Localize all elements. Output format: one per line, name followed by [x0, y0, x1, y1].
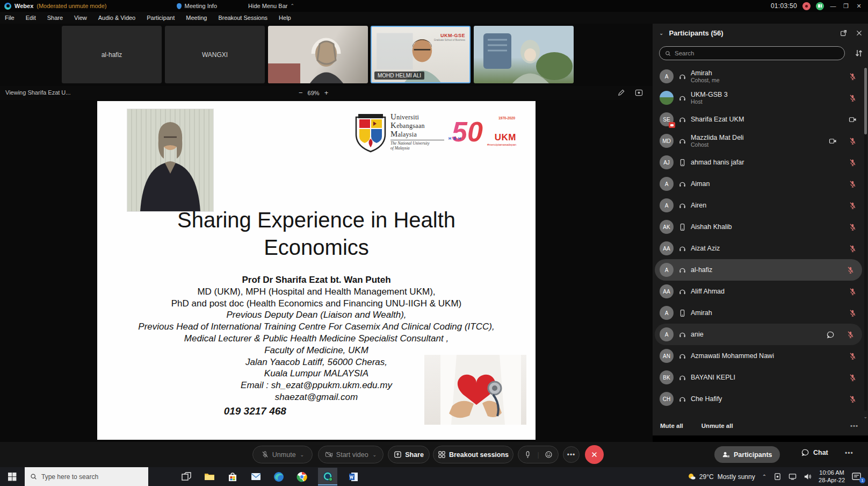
recording-indicator-icon[interactable]: [802, 2, 811, 10]
leave-meeting-button[interactable]: ✕: [585, 445, 604, 464]
task-view-button[interactable]: [179, 470, 193, 484]
participant-row[interactable]: MDMazzlida Mat DeliCohost: [653, 130, 864, 152]
participants-toggle-button[interactable]: Participants: [714, 446, 780, 463]
mic-muted-icon[interactable]: [849, 245, 857, 253]
menu-item-breakout-sessions[interactable]: Breakout Sessions: [218, 15, 267, 21]
video-tile-mohd-helmi-ali[interactable]: UKM-GSE Graduate School of Business MOHD…: [371, 26, 471, 83]
mute-all-button[interactable]: Mute all: [660, 423, 683, 429]
start-video-button[interactable]: Start video ⌄: [318, 446, 384, 463]
taskbar-clock[interactable]: 10:06 AM 28-Apr-22: [819, 469, 845, 484]
menu-item-edit[interactable]: Edit: [26, 15, 36, 21]
mic-muted-icon[interactable]: [849, 288, 857, 296]
meeting-info-button[interactable]: Meeting Info: [185, 3, 218, 9]
chrome-browser-icon[interactable]: [295, 470, 309, 484]
mic-muted-icon[interactable]: [849, 223, 857, 231]
participant-row[interactable]: ANAzmawati Mohammed Nawi: [653, 345, 864, 367]
more-options-button[interactable]: •••: [563, 446, 580, 463]
webex-taskbar-icon[interactable]: [318, 468, 337, 485]
taskbar-search-input[interactable]: Type here to search: [25, 467, 148, 486]
camera-on-icon[interactable]: [829, 137, 837, 145]
mic-muted-icon[interactable]: [849, 202, 857, 210]
zoom-in-button[interactable]: +: [324, 89, 329, 97]
participant-row[interactable]: AKAishah Khalib: [653, 216, 864, 238]
tray-overflow-chevron[interactable]: ⌃: [762, 474, 766, 480]
tray-speaker-icon[interactable]: [804, 473, 812, 481]
video-tile-al-hafiz[interactable]: al-hafiz: [62, 26, 162, 83]
mic-muted-icon[interactable]: [849, 352, 857, 360]
popout-panel-icon[interactable]: [840, 30, 847, 37]
hide-menu-bar-button[interactable]: Hide Menu Bar: [248, 3, 287, 9]
mic-muted-icon[interactable]: [849, 309, 857, 317]
menu-item-file[interactable]: File: [5, 15, 15, 21]
participant-row[interactable]: AAAizat Aziz: [653, 238, 864, 259]
tray-display-icon[interactable]: [789, 473, 797, 481]
mic-muted-icon[interactable]: [849, 94, 857, 102]
mic-muted-icon[interactable]: [849, 180, 857, 188]
mic-muted-icon[interactable]: [849, 395, 857, 403]
minimize-button[interactable]: —: [829, 3, 837, 9]
menu-item-view[interactable]: View: [74, 15, 87, 21]
chevron-down-icon[interactable]: ⌄: [373, 452, 377, 458]
close-panel-icon[interactable]: [856, 30, 863, 37]
layout-options-icon[interactable]: [635, 89, 643, 97]
participant-row[interactable]: AAmirahCohost, me: [653, 66, 864, 87]
mic-muted-icon[interactable]: [847, 331, 855, 339]
annotate-pen-icon[interactable]: [617, 89, 625, 97]
chevron-down-icon[interactable]: ⌄: [300, 452, 305, 458]
camera-on-icon[interactable]: [849, 116, 857, 124]
chat-bubble-icon[interactable]: [827, 331, 835, 339]
mic-muted-icon[interactable]: [849, 137, 857, 145]
share-button[interactable]: Share: [388, 446, 430, 463]
menu-item-meeting[interactable]: Meeting: [186, 15, 207, 21]
close-button[interactable]: ✕: [855, 3, 863, 10]
participant-row[interactable]: AAmirah: [653, 302, 864, 324]
breakout-sessions-button[interactable]: Breakout sessions: [433, 446, 513, 463]
unmute-all-button[interactable]: Unmute all: [701, 423, 733, 429]
participant-row[interactable]: CHChe Hafify: [653, 388, 864, 410]
mic-muted-icon[interactable]: [849, 159, 857, 167]
video-tile-wangxi[interactable]: WANGXI: [165, 26, 265, 83]
participant-row[interactable]: SESharifa Ezat UKM: [653, 109, 864, 130]
participant-row[interactable]: Aal-hafiz: [655, 259, 862, 281]
participant-row[interactable]: AAiman: [653, 173, 864, 195]
menu-item-participant[interactable]: Participant: [147, 15, 175, 21]
video-tile-camera-on-1[interactable]: [268, 26, 368, 83]
mic-muted-icon[interactable]: [847, 266, 855, 274]
zoom-out-button[interactable]: −: [299, 89, 303, 97]
mic-muted-icon[interactable]: [849, 374, 857, 382]
file-explorer-icon[interactable]: [202, 470, 216, 484]
microsoft-store-icon[interactable]: [226, 470, 240, 484]
scroll-down-icon[interactable]: ⌄: [863, 414, 867, 419]
more-panels-button[interactable]: •••: [845, 449, 853, 457]
footer-more-button[interactable]: •••: [850, 423, 858, 429]
notification-center-button[interactable]: 1: [852, 473, 863, 481]
scrollbar[interactable]: [864, 67, 867, 411]
participant-row[interactable]: BKBAYANI KEPLI: [653, 367, 864, 388]
connection-indicator-icon[interactable]: [816, 2, 824, 10]
participant-search-input[interactable]: Search: [659, 46, 845, 60]
participant-row[interactable]: Aanie: [655, 324, 862, 345]
reactions-smiley-icon[interactable]: [545, 451, 553, 459]
collapse-chevron-icon[interactable]: ⌄: [659, 30, 663, 36]
unmute-button[interactable]: Unmute ⌄: [252, 446, 313, 463]
menu-item-audio-video[interactable]: Audio & Video: [98, 15, 136, 21]
tray-device-icon[interactable]: [773, 473, 782, 481]
participant-row[interactable]: AAiren: [653, 195, 864, 216]
start-button[interactable]: [0, 467, 25, 486]
participant-row[interactable]: AJahmad hanis jafar: [653, 152, 864, 173]
chevron-up-icon[interactable]: ⌃: [290, 3, 294, 9]
menu-item-share[interactable]: Share: [47, 15, 63, 21]
video-tile-camera-on-2[interactable]: [474, 26, 574, 83]
word-icon[interactable]: [346, 470, 360, 484]
record-icon[interactable]: [524, 451, 532, 459]
chat-toggle-button[interactable]: Chat: [801, 448, 828, 456]
sort-participants-icon[interactable]: [854, 48, 864, 58]
weather-widget[interactable]: 29°C Mostly sunny: [688, 473, 755, 481]
restore-button[interactable]: ❐: [842, 3, 850, 10]
participant-row[interactable]: UKM-GSB 3Host: [653, 87, 864, 109]
mic-muted-icon[interactable]: [849, 73, 857, 81]
mail-icon[interactable]: [249, 470, 263, 484]
menu-item-help[interactable]: Help: [279, 15, 291, 21]
participant-row[interactable]: AAAliff Ahmad: [653, 281, 864, 302]
edge-browser-icon[interactable]: [272, 470, 286, 484]
